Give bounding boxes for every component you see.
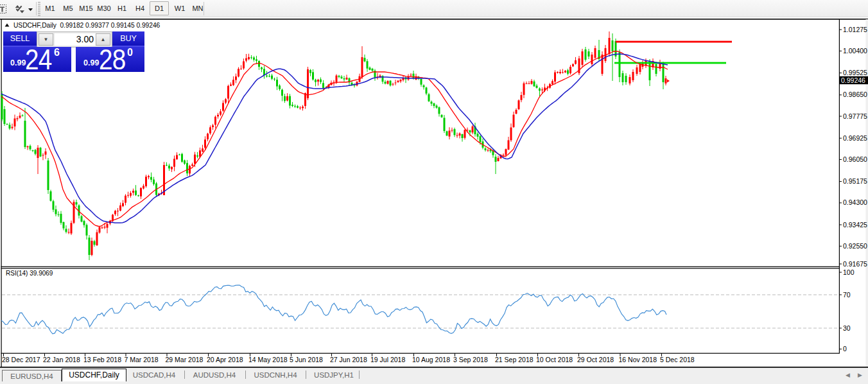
svg-text:7 Mar 2018: 7 Mar 2018 bbox=[125, 356, 159, 363]
svg-text:14 May 2018: 14 May 2018 bbox=[248, 356, 288, 363]
svg-text:0.96925: 0.96925 bbox=[843, 134, 867, 142]
svg-text:5 Jun 2018: 5 Jun 2018 bbox=[290, 356, 323, 363]
svg-text:0.93425: 0.93425 bbox=[843, 221, 867, 229]
svg-text:70: 70 bbox=[843, 291, 851, 299]
svg-text:1.01275: 1.01275 bbox=[843, 26, 867, 33]
svg-text:0.94300: 0.94300 bbox=[843, 198, 867, 206]
svg-text:27 Jun 2018: 27 Jun 2018 bbox=[330, 356, 367, 363]
svg-text:30: 30 bbox=[843, 324, 851, 332]
svg-text:3 Sep 2018: 3 Sep 2018 bbox=[453, 356, 488, 363]
svg-text:21 Sep 2018: 21 Sep 2018 bbox=[495, 356, 534, 363]
svg-text:0.96050: 0.96050 bbox=[843, 155, 867, 163]
svg-text:16 Nov 2018: 16 Nov 2018 bbox=[619, 356, 657, 363]
svg-text:19 Jul 2018: 19 Jul 2018 bbox=[370, 356, 405, 363]
svg-text:20 Apr 2018: 20 Apr 2018 bbox=[207, 356, 243, 363]
svg-text:10 Aug 2018: 10 Aug 2018 bbox=[412, 356, 450, 363]
svg-text:0.97775: 0.97775 bbox=[843, 112, 867, 120]
svg-text:10 Oct 2018: 10 Oct 2018 bbox=[536, 356, 573, 363]
svg-text:29 Mar 2018: 29 Mar 2018 bbox=[166, 356, 204, 363]
svg-text:13 Feb 2018: 13 Feb 2018 bbox=[83, 356, 121, 363]
svg-text:0.98650: 0.98650 bbox=[843, 91, 867, 98]
svg-text:29 Oct 2018: 29 Oct 2018 bbox=[577, 356, 614, 363]
svg-text:RSI(14) 39.9069: RSI(14) 39.9069 bbox=[6, 270, 53, 277]
svg-text:5 Dec 2018: 5 Dec 2018 bbox=[660, 356, 695, 363]
svg-text:0.95175: 0.95175 bbox=[843, 177, 867, 185]
svg-text:28 Dec 2017: 28 Dec 2017 bbox=[2, 356, 40, 363]
svg-text:USDCHF,Daily 0.99182 0.99377: USDCHF,Daily 0.99182 0.99377 0.99145 0.9… bbox=[13, 22, 161, 29]
svg-text:100: 100 bbox=[843, 268, 855, 276]
svg-text:0.99246: 0.99246 bbox=[841, 76, 865, 84]
svg-text:0.91675: 0.91675 bbox=[843, 260, 867, 268]
svg-text:0: 0 bbox=[843, 345, 847, 353]
svg-text:0.92550: 0.92550 bbox=[843, 242, 867, 250]
svg-text:22 Jan 2018: 22 Jan 2018 bbox=[43, 356, 80, 363]
svg-text:1.00400: 1.00400 bbox=[843, 47, 867, 55]
svg-text:0.99525: 0.99525 bbox=[843, 69, 867, 76]
